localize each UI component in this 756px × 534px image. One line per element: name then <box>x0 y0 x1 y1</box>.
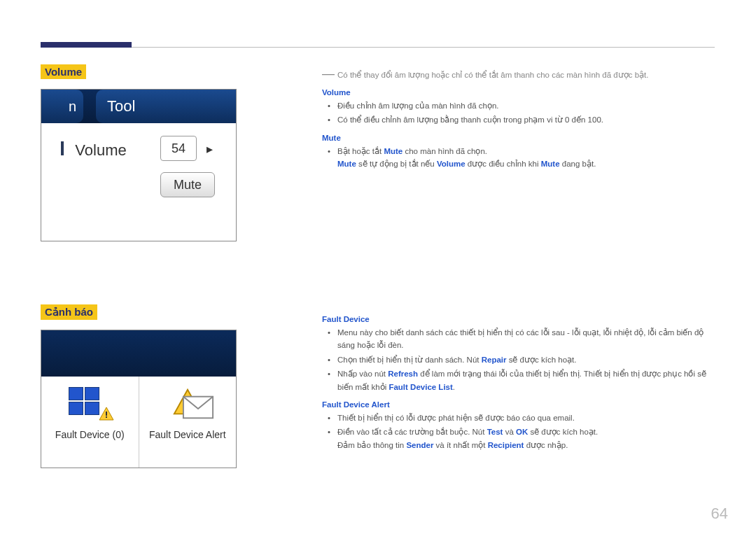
subhead-volume: Volume <box>322 88 714 97</box>
section-title-alert: Cảnh báo <box>41 304 97 320</box>
list-item: Điền vào tất cả các trường bắt buộc. Nút… <box>337 426 714 451</box>
list-item: Thiết bị hiển thị có lỗi được phát hiện … <box>337 412 714 424</box>
grid-icon <box>69 387 99 415</box>
fault-device-alert-bullets: Thiết bị hiển thị có lỗi được phát hiện … <box>322 412 714 451</box>
figure-body: Volume 54 ▸ Mute <box>41 123 236 241</box>
dash-icon: ― <box>322 66 335 80</box>
alert-panel-figure: Fault Device (0) <box>41 330 237 468</box>
figure-cells: Fault Device (0) <box>41 377 236 468</box>
cell-fault-device: Fault Device (0) <box>41 377 139 468</box>
page-number: 64 <box>711 505 728 523</box>
fault-device-icon <box>41 385 139 424</box>
figure-tab-partial: n <box>41 90 83 123</box>
header-rule <box>132 47 715 48</box>
list-item: Chọn thiết bị hiển thị từ danh sách. Nút… <box>337 353 714 366</box>
figure-tab-tool: Tool <box>96 90 236 123</box>
warning-badge-icon <box>98 406 115 425</box>
left-column: Volume n Tool Volume 54 ▸ Mute Cảnh báo <box>41 64 237 468</box>
subhead-fault-device: Fault Device <box>322 315 714 323</box>
subhead-fault-device-alert: Fault Device Alert <box>322 400 714 409</box>
list-item: Nhấp vào nút Refresh để làm mới trạng th… <box>337 367 714 393</box>
volume-panel-figure: n Tool Volume 54 ▸ Mute <box>41 89 237 241</box>
figure-top-bar <box>41 330 236 377</box>
cell-fault-device-alert: Fault Device Alert <box>139 377 237 468</box>
section1-intro: ―Có thể thay đổi âm lượng hoặc chỉ có th… <box>322 66 714 81</box>
right-column-section2: Fault Device Menu này cho biết danh sách… <box>322 315 714 453</box>
cell-label-fault-device-alert: Fault Device Alert <box>139 428 237 441</box>
list-item: Có thể điều chỉnh âm lượng bằng thanh cu… <box>337 113 714 126</box>
subhead-mute: Mute <box>322 134 714 142</box>
volume-label: Volume <box>62 141 127 160</box>
list-item: Bật hoặc tắt Mute cho màn hình đã chọn. … <box>337 145 714 171</box>
list-item: Điều chỉnh âm lượng của màn hình đã chọn… <box>337 99 714 112</box>
volume-bullets: Điều chỉnh âm lượng của màn hình đã chọn… <box>322 99 714 127</box>
fault-device-bullets: Menu này cho biết danh sách các thiết bị… <box>322 326 714 393</box>
header-accent-bar <box>41 42 132 48</box>
svg-rect-1 <box>106 416 107 418</box>
mute-bullets: Bật hoặc tắt Mute cho màn hình đã chọn. … <box>322 145 714 171</box>
volume-increment-arrow: ▸ <box>206 141 213 157</box>
section-title-volume: Volume <box>41 64 86 79</box>
intro-text: Có thể thay đổi âm lượng hoặc chỉ có thể… <box>337 71 649 79</box>
mute-button-figure: Mute <box>160 172 215 197</box>
envelope-icon <box>182 393 214 423</box>
figure-tabbar: n Tool <box>41 90 236 123</box>
right-column-section1: ―Có thể thay đổi âm lượng hoặc chỉ có th… <box>322 66 714 172</box>
fault-device-alert-icon <box>139 385 237 424</box>
list-item: Menu này cho biết danh sách các thiết bị… <box>337 326 714 352</box>
cell-label-fault-device: Fault Device (0) <box>41 428 139 441</box>
volume-value-box: 54 <box>160 136 197 161</box>
svg-rect-0 <box>106 412 107 416</box>
